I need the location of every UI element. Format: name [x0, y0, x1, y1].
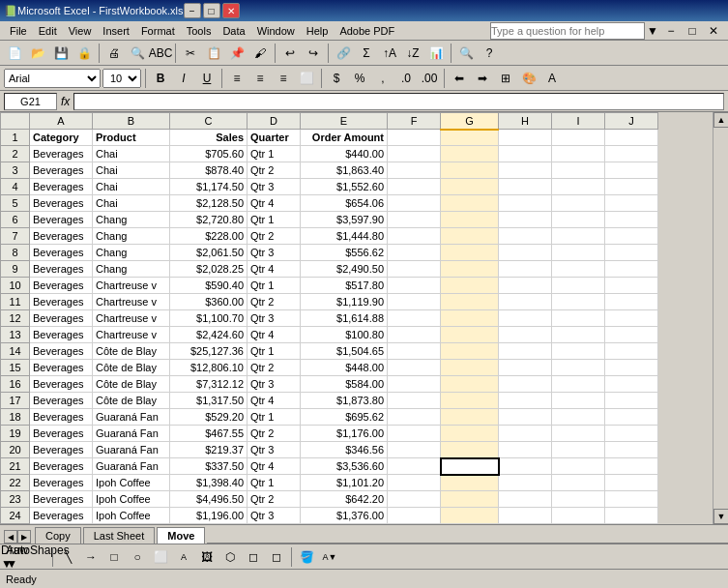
format-painter-button[interactable]: 🖌: [249, 43, 271, 64]
cell[interactable]: [388, 294, 441, 310]
undo-button[interactable]: ↩: [279, 43, 301, 64]
cell[interactable]: [441, 146, 499, 162]
menu-insert[interactable]: Insert: [97, 23, 135, 39]
cell[interactable]: [605, 212, 658, 228]
cell[interactable]: [441, 442, 499, 458]
menu-window[interactable]: Window: [251, 23, 301, 39]
row-header[interactable]: 13: [1, 327, 30, 343]
row-header[interactable]: 1: [1, 130, 30, 146]
cell[interactable]: Beverages: [30, 261, 93, 278]
bold-button[interactable]: B: [150, 68, 171, 89]
cell[interactable]: $1,119.90: [301, 294, 388, 310]
cell[interactable]: Order Amount: [301, 130, 388, 146]
cell-reference-input[interactable]: G21: [4, 93, 57, 110]
cell[interactable]: $517.80: [301, 278, 388, 294]
cell[interactable]: Côte de Blay: [93, 360, 170, 376]
cell[interactable]: [552, 343, 605, 360]
row-header[interactable]: 24: [1, 508, 30, 524]
cell[interactable]: [388, 508, 441, 524]
cell[interactable]: [499, 491, 552, 508]
minimize-button[interactable]: −: [184, 3, 201, 18]
3d-tool[interactable]: ◻: [266, 546, 287, 568]
maximize-button[interactable]: □: [203, 3, 220, 18]
new-button[interactable]: 📄: [4, 43, 25, 64]
cell[interactable]: [388, 261, 441, 278]
cell[interactable]: $1,444.80: [301, 228, 388, 245]
row-header[interactable]: 16: [1, 376, 30, 393]
cell[interactable]: $228.00: [170, 228, 248, 245]
cell[interactable]: Chai: [93, 179, 170, 195]
cell[interactable]: Qtr 1: [248, 409, 301, 426]
cell[interactable]: Beverages: [30, 294, 93, 310]
chart-button[interactable]: 📊: [425, 43, 447, 64]
cell[interactable]: $12,806.10: [170, 360, 248, 376]
row-header[interactable]: 18: [1, 409, 30, 426]
cell[interactable]: Qtr 1: [248, 146, 301, 162]
cell[interactable]: $1,176.00: [301, 426, 388, 442]
row-header[interactable]: 19: [1, 426, 30, 442]
cell[interactable]: $1,863.40: [301, 162, 388, 179]
cell[interactable]: [441, 179, 499, 195]
sheet-scroll-area[interactable]: A B C D E F G H I J 1CategoryProductSale…: [0, 112, 713, 524]
cell[interactable]: Beverages: [30, 195, 93, 212]
row-header[interactable]: 4: [1, 179, 30, 195]
cell[interactable]: Qtr 2: [248, 162, 301, 179]
row-header[interactable]: 2: [1, 146, 30, 162]
cell[interactable]: [441, 409, 499, 426]
cell[interactable]: $337.50: [170, 458, 248, 475]
col-header-C[interactable]: C: [170, 113, 248, 130]
cell[interactable]: [499, 458, 552, 475]
cell[interactable]: $705.60: [170, 146, 248, 162]
cell[interactable]: Beverages: [30, 310, 93, 327]
paste-button[interactable]: 📌: [226, 43, 248, 64]
cell[interactable]: [441, 327, 499, 343]
cell[interactable]: [441, 310, 499, 327]
cell[interactable]: [441, 426, 499, 442]
cell[interactable]: Beverages: [30, 475, 93, 491]
cell[interactable]: [552, 409, 605, 426]
cell[interactable]: Qtr 2: [248, 294, 301, 310]
merge-center-button[interactable]: ⬜: [296, 68, 317, 89]
row-header[interactable]: 20: [1, 442, 30, 458]
cell[interactable]: [552, 212, 605, 228]
cell[interactable]: [552, 130, 605, 146]
shadow-tool[interactable]: ◻: [243, 546, 264, 568]
cell[interactable]: [499, 146, 552, 162]
align-right-button[interactable]: ≡: [273, 68, 294, 89]
decrease-decimal-button[interactable]: .00: [419, 68, 440, 89]
cell[interactable]: $2,061.50: [170, 245, 248, 261]
cell[interactable]: [388, 491, 441, 508]
cell[interactable]: $467.55: [170, 426, 248, 442]
cell[interactable]: [499, 475, 552, 491]
cell[interactable]: $448.00: [301, 360, 388, 376]
cell[interactable]: Chang: [93, 212, 170, 228]
cell[interactable]: [388, 130, 441, 146]
row-header[interactable]: 5: [1, 195, 30, 212]
menu-file[interactable]: File: [4, 23, 33, 39]
wordart-tool[interactable]: A: [173, 546, 194, 568]
cell[interactable]: $3,536.60: [301, 458, 388, 475]
autosum-button[interactable]: Σ: [356, 43, 377, 64]
col-header-E[interactable]: E: [301, 113, 388, 130]
cell[interactable]: [552, 491, 605, 508]
row-header[interactable]: 7: [1, 228, 30, 245]
cell[interactable]: Qtr 2: [248, 426, 301, 442]
cell[interactable]: Ipoh Coffee: [93, 491, 170, 508]
cell[interactable]: $440.00: [301, 146, 388, 162]
cell[interactable]: $219.37: [170, 442, 248, 458]
row-header[interactable]: 12: [1, 310, 30, 327]
cell[interactable]: Qtr 4: [248, 195, 301, 212]
cell[interactable]: [552, 278, 605, 294]
cell[interactable]: [388, 442, 441, 458]
cell[interactable]: [499, 228, 552, 245]
cell[interactable]: [388, 458, 441, 475]
zoom-button[interactable]: 🔍: [455, 43, 477, 64]
cell[interactable]: [552, 475, 605, 491]
cell[interactable]: [499, 245, 552, 261]
cell[interactable]: Beverages: [30, 245, 93, 261]
cell[interactable]: $3,597.90: [301, 212, 388, 228]
menu-tools[interactable]: Tools: [181, 23, 218, 39]
cell[interactable]: $1,196.00: [170, 508, 248, 524]
cell[interactable]: Chang: [93, 228, 170, 245]
menu-format[interactable]: Format: [135, 23, 181, 39]
